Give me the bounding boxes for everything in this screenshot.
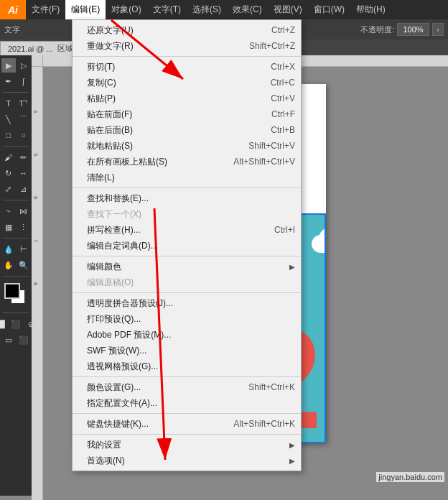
area-type-tool[interactable]: T⌝ (17, 96, 31, 111)
measure-tool[interactable]: ⊢ (17, 242, 31, 256)
tool-row-view: ▭ ⬛ (1, 333, 31, 347)
menu-item-my-settings[interactable]: 我的设置 ▶ (73, 437, 301, 453)
tool-row-10: ▦ ⋮ (1, 220, 31, 234)
shear-tool[interactable]: ⊿ (17, 182, 31, 196)
menu-file[interactable]: 文件(F) (26, 0, 65, 19)
menu-text[interactable]: 文字(T) (147, 0, 187, 19)
opacity-input[interactable] (397, 23, 429, 36)
menu-item-paste-back[interactable]: 贴在后面(B) Ctrl+B (73, 122, 301, 138)
hand-tool[interactable]: ✋ (1, 258, 16, 272)
tool-separator-3 (3, 200, 29, 200)
width-tool[interactable]: ⋈ (17, 204, 31, 218)
tool-row-8: ⤢ ⊿ (1, 182, 31, 196)
menu-item-undo[interactable]: 还原文字(U) Ctrl+Z (73, 22, 301, 38)
menu-item-paste[interactable]: 粘贴(P) Ctrl+V (73, 91, 301, 106)
menu-item-paste-front[interactable]: 贴在前面(F) Ctrl+F (73, 106, 301, 122)
tool-row-fill: ⬜ ⬛ ⊘ (0, 317, 38, 331)
toolbar-text-label: 文字 (4, 24, 20, 35)
reflect-tool[interactable]: ↔ (17, 166, 31, 180)
menu-object[interactable]: 对象(O) (106, 0, 146, 19)
eyedropper-tool[interactable]: 💧 (1, 242, 16, 256)
menu-item-print-preset[interactable]: 打印预设(Q)... (73, 311, 301, 327)
tool-row-5: □ ○ (1, 128, 31, 142)
menu-item-pdf-preset[interactable]: Adobe PDF 预设(M)... (73, 327, 301, 343)
menu-item-edit-colors[interactable]: 编辑颜色 ▶ (73, 259, 301, 274)
graph-tool[interactable]: ▦ (1, 220, 16, 234)
ruler-label-400: 4 (32, 110, 39, 113)
pen-tool[interactable]: ✒ (1, 74, 16, 88)
rect-tool[interactable]: □ (1, 128, 16, 142)
menu-item-color-settings[interactable]: 颜色设置(G)... Shift+Ctrl+K (73, 379, 301, 395)
zoom-tool[interactable]: 🔍 (17, 258, 31, 272)
type-tool[interactable]: T (1, 96, 16, 111)
warp-tool[interactable]: ~ (1, 204, 16, 218)
tool-row-2: ✒ ∫ (1, 74, 31, 88)
menu-item-paste-allboards[interactable]: 在所有画板上粘贴(S) Alt+Shift+Ctrl+V (73, 154, 301, 170)
menu-item-find-replace[interactable]: 查找和替换(E)... (73, 190, 301, 206)
menu-item-clear[interactable]: 清除(L) (73, 170, 301, 185)
select-tool[interactable]: ▶ (1, 58, 16, 73)
ruler-label-600: 6 (32, 196, 39, 199)
watermark: jingyan.baidu.com (376, 472, 444, 482)
tool-separator-6 (3, 312, 29, 313)
ellipse-tool[interactable]: ○ (17, 128, 31, 142)
menu-window[interactable]: 窗口(W) (308, 0, 350, 19)
menu-bar: Ai 文件(F) 编辑(E) 对象(O) 文字(T) 选择(S) 效果(C) 视… (0, 0, 448, 19)
menu-item-copy[interactable]: 复制(C) Ctrl+C (73, 75, 301, 91)
menu-item-spellcheck[interactable]: 拼写检查(H)... Ctrl+I (73, 222, 301, 238)
tab-filename: 2021.ai @ ... (8, 45, 53, 53)
menu-view[interactable]: 视图(V) (268, 0, 308, 19)
arc-tool[interactable]: ⌒ (17, 112, 31, 126)
curvature-tool[interactable]: ∫ (17, 74, 31, 88)
ruler-label-700: 7 (32, 239, 39, 242)
menu-item-keyboard-shortcuts[interactable]: 键盘快捷键(K)... Alt+Shift+Ctrl+K (73, 416, 301, 432)
normal-mode-btn[interactable]: ⬜ (0, 317, 8, 331)
menu-section-colors: 编辑颜色 ▶ 编辑原稿(O) (73, 256, 301, 293)
menu-item-find-next: 查找下一个(X) (73, 206, 301, 222)
tool-separator-2 (3, 146, 29, 147)
watermark-text: jingyan.baidu.com (378, 473, 442, 481)
menu-section-colorsettings: 颜色设置(G)... Shift+Ctrl+K 指定配置文件(A)... (73, 377, 301, 414)
tool-row-9: ~ ⋈ (1, 204, 31, 218)
menu-item-redo[interactable]: 重做文字(R) Shift+Ctrl+Z (73, 38, 301, 54)
menu-item-edit-dict[interactable]: 编辑自定词典(D)... (73, 238, 301, 254)
ruler-left: 4 5 6 7 8 (32, 67, 43, 500)
menu-section-presets: 透明度拼合器预设(J)... 打印预设(Q)... Adobe PDF 预设(M… (73, 293, 301, 377)
none-mode-btn[interactable]: ⊘ (24, 317, 38, 331)
menu-help[interactable]: 帮助(H) (350, 0, 391, 19)
menu-section-undoredo: 还原文字(U) Ctrl+Z 重做文字(R) Shift+Ctrl+Z (73, 20, 301, 57)
opacity-increase-btn[interactable]: › (432, 23, 444, 36)
tool-row-4: ╲ ⌒ (1, 112, 31, 126)
direct-select-tool[interactable]: ▷ (17, 58, 31, 73)
color-swatches[interactable] (4, 283, 27, 306)
screen-mode-full[interactable]: ⬛ (17, 333, 31, 347)
tool-row-11: 💧 ⊢ (1, 242, 31, 256)
mesh-tool[interactable]: ⋮ (17, 220, 31, 234)
rotate-tool[interactable]: ↻ (1, 166, 16, 180)
gradient-mode-btn[interactable]: ⬛ (9, 317, 23, 331)
screen-mode-normal[interactable]: ▭ (1, 333, 16, 347)
tab-suffix: 区域 (57, 43, 73, 54)
menu-item-cut[interactable]: 剪切(T) Ctrl+X (73, 59, 301, 75)
menu-edit[interactable]: 编辑(E) (65, 0, 106, 19)
foreground-color-swatch[interactable] (4, 283, 20, 299)
tool-row-1: ▶ ▷ (1, 58, 31, 73)
edit-dropdown-menu: 还原文字(U) Ctrl+Z 重做文字(R) Shift+Ctrl+Z 剪切(T… (72, 19, 302, 471)
tool-separator-4 (3, 238, 29, 239)
menu-item-paste-inplace[interactable]: 就地粘贴(S) Shift+Ctrl+V (73, 138, 301, 154)
line-tool[interactable]: ╲ (1, 112, 16, 126)
menu-item-transparency-preset[interactable]: 透明度拼合器预设(J)... (73, 295, 301, 311)
menu-item-swf-preset[interactable]: SWF 预设(W)... (73, 343, 301, 358)
menu-section-clipboard: 剪切(T) Ctrl+X 复制(C) Ctrl+C 粘贴(P) Ctrl+V 贴… (73, 57, 301, 188)
menu-effect[interactable]: 效果(C) (227, 0, 268, 19)
menu-select[interactable]: 选择(S) (187, 0, 227, 19)
scale-tool[interactable]: ⤢ (1, 182, 16, 196)
pencil-tool[interactable]: ✏ (17, 150, 31, 165)
menu-section-find: 查找和替换(E)... 查找下一个(X) 拼写检查(H)... Ctrl+I 编… (73, 188, 301, 256)
menu-items: 文件(F) 编辑(E) 对象(O) 文字(T) 选择(S) 效果(C) 视图(V… (26, 0, 391, 19)
menu-item-preferences[interactable]: 首选项(N) ▶ (73, 453, 301, 468)
menu-item-assign-profile[interactable]: 指定配置文件(A)... (73, 395, 301, 411)
paintbrush-tool[interactable]: 🖌 (1, 150, 16, 165)
menu-item-perspective-preset[interactable]: 透视网格预设(G)... (73, 358, 301, 374)
tool-row-12: ✋ 🔍 (1, 258, 31, 272)
